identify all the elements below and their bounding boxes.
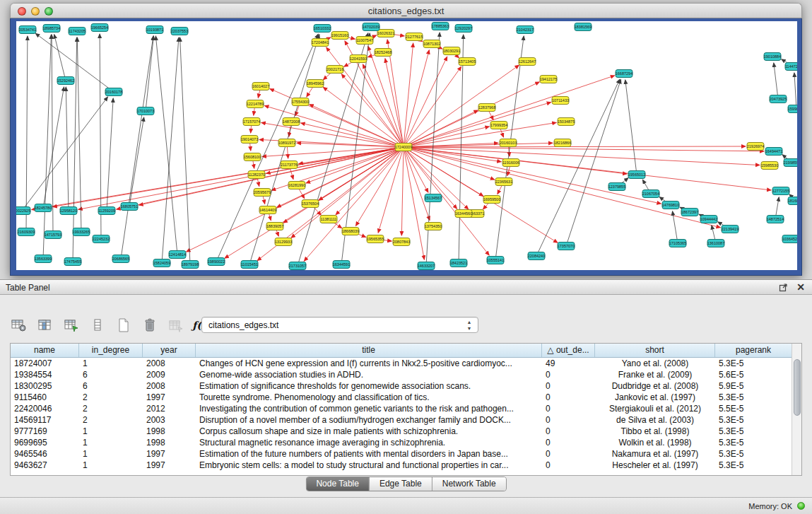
network-edge[interactable] — [53, 147, 404, 207]
network-node[interactable]: 15034875 — [558, 118, 575, 126]
network-node[interactable]: 15713405 — [459, 58, 476, 66]
network-node[interactable]: 16687294 — [616, 70, 632, 78]
network-node[interactable]: 19915160 — [331, 32, 348, 40]
close-panel-icon[interactable]: ✕ — [796, 282, 805, 292]
network-node[interactable]: 15985530 — [761, 162, 778, 170]
network-node[interactable]: 18381569 — [575, 23, 592, 31]
network-node[interactable]: 20534741 — [19, 26, 36, 34]
network-node[interactable]: 17357070 — [558, 243, 575, 250]
network-node[interactable]: 21042317 — [517, 26, 534, 34]
network-node[interactable]: 10193871 — [146, 26, 163, 34]
network-node[interactable]: 14633207 — [418, 262, 435, 270]
network-node[interactable]: 13754350 — [425, 223, 442, 230]
network-node[interactable]: 18668039 — [342, 228, 359, 235]
table-row[interactable]: 946554611997Estimation of the future num… — [11, 448, 792, 460]
network-node[interactable]: 11743205 — [69, 28, 86, 35]
network-node[interactable]: 17885363 — [432, 23, 449, 30]
network-edge[interactable] — [426, 33, 440, 266]
tab-node-table[interactable]: Node Table — [306, 477, 369, 491]
network-node[interactable]: 17157074 — [243, 118, 260, 126]
network-node[interactable]: 17240009 — [395, 144, 412, 151]
network-node[interactable]: 20686565 — [112, 255, 129, 263]
network-node[interactable]: 21067054 — [642, 190, 659, 198]
network-node[interactable]: 13563399 — [35, 255, 52, 263]
network-node[interactable]: 12414814 — [169, 251, 186, 259]
float-panel-icon[interactable] — [779, 283, 788, 292]
column-header[interactable]: name — [11, 344, 79, 357]
network-node[interactable]: 11015451 — [241, 261, 258, 269]
column-header[interactable]: short — [595, 344, 715, 357]
network-edge[interactable] — [566, 80, 621, 246]
network-node[interactable]: 11007547 — [356, 37, 373, 45]
network-node[interactable]: 18245780 — [35, 204, 52, 212]
network-edge[interactable] — [404, 43, 413, 147]
network-node[interactable]: 10891972 — [278, 139, 295, 147]
network-node[interactable]: 17475455 — [64, 258, 81, 266]
network-edge[interactable] — [774, 63, 778, 99]
network-node[interactable]: 11381111 — [320, 216, 337, 223]
new-file-icon[interactable] — [114, 316, 133, 334]
network-node[interactable]: 18672397 — [681, 209, 698, 216]
network-edge[interactable] — [35, 33, 114, 92]
tab-edge-table[interactable]: Edge Table — [369, 477, 432, 491]
network-node[interactable]: 16026321 — [377, 30, 394, 37]
network-edge[interactable] — [404, 147, 771, 190]
column-header[interactable]: △ out_de... — [542, 344, 595, 357]
table-row[interactable]: 1872400712008Changes of HCN gene express… — [11, 358, 792, 369]
network-edge[interactable] — [401, 147, 404, 235]
network-node[interactable]: 21609309 — [18, 228, 35, 236]
network-edge[interactable] — [404, 82, 539, 147]
network-node[interactable]: 19014073 — [241, 136, 258, 144]
network-edge[interactable] — [794, 73, 796, 109]
network-node[interactable]: 19665254 — [91, 24, 108, 32]
network-node[interactable]: 15824059 — [153, 259, 170, 267]
network-node[interactable]: 15376504 — [302, 200, 319, 208]
network-edge[interactable] — [107, 98, 113, 211]
network-edge[interactable] — [404, 50, 429, 147]
network-node[interactable]: 14715793 — [45, 231, 61, 239]
table-select-dropdown[interactable]: citations_edges.txt ▲▼ — [201, 317, 478, 333]
network-node[interactable]: 15292462 — [57, 77, 74, 85]
network-node[interactable]: 12920297 — [455, 25, 472, 33]
network-node[interactable]: 13129933 — [275, 238, 292, 246]
network-node[interactable]: 18945962 — [307, 80, 324, 88]
network-edge[interactable] — [301, 123, 404, 147]
network-node[interactable]: 22139419 — [722, 226, 739, 233]
network-node[interactable]: 20021716 — [326, 66, 343, 74]
network-node[interactable]: 16510332 — [314, 25, 331, 33]
network-node[interactable]: 15134567 — [425, 194, 442, 202]
network-node[interactable]: 10555141 — [487, 257, 504, 264]
rows-icon[interactable] — [88, 316, 107, 334]
table-row[interactable]: 1456911722003Disruption of a novel membe… — [11, 414, 792, 426]
network-edge[interactable] — [52, 35, 53, 235]
network-node[interactable]: 18216866 — [554, 139, 571, 147]
network-node[interactable]: 21173776 — [281, 161, 298, 169]
table-settings-icon[interactable] — [10, 316, 28, 334]
network-node[interactable]: 19890022 — [208, 258, 225, 266]
network-node[interactable]: 19933265 — [73, 228, 90, 236]
network-edge[interactable] — [404, 147, 430, 221]
network-edge[interactable] — [43, 35, 51, 259]
show-columns-icon[interactable] — [36, 316, 54, 334]
network-node[interactable]: 16805751 — [121, 203, 138, 211]
table-row[interactable]: 977716911998Corpus callosum shape and si… — [11, 426, 792, 437]
table-scrollbar[interactable] — [792, 344, 801, 475]
network-node[interactable]: 20807843 — [393, 238, 410, 246]
network-node[interactable]: 20160103 — [500, 139, 517, 147]
table-row[interactable]: 1830029562008Estimation of significance … — [11, 380, 792, 392]
network-edge[interactable] — [404, 57, 447, 147]
network-node[interactable]: 10871302 — [423, 40, 440, 48]
network-edge[interactable] — [162, 37, 179, 263]
network-node[interactable]: 19412175 — [540, 76, 557, 83]
column-header[interactable]: in_degree — [79, 344, 143, 357]
network-edge[interactable] — [43, 87, 64, 208]
network-node[interactable]: 16281990 — [288, 182, 305, 189]
network-edge[interactable] — [180, 37, 190, 264]
window-titlebar[interactable]: citations_edges.txt — [10, 3, 802, 18]
network-node[interactable]: 10364523 — [782, 235, 797, 243]
network-node[interactable]: 16959500 — [483, 196, 500, 204]
network-node[interactable]: 15990081 — [788, 105, 797, 113]
network-node[interactable]: 21926974 — [747, 143, 764, 151]
network-edge[interactable] — [536, 79, 620, 256]
network-node[interactable]: 16344591 — [333, 261, 350, 269]
